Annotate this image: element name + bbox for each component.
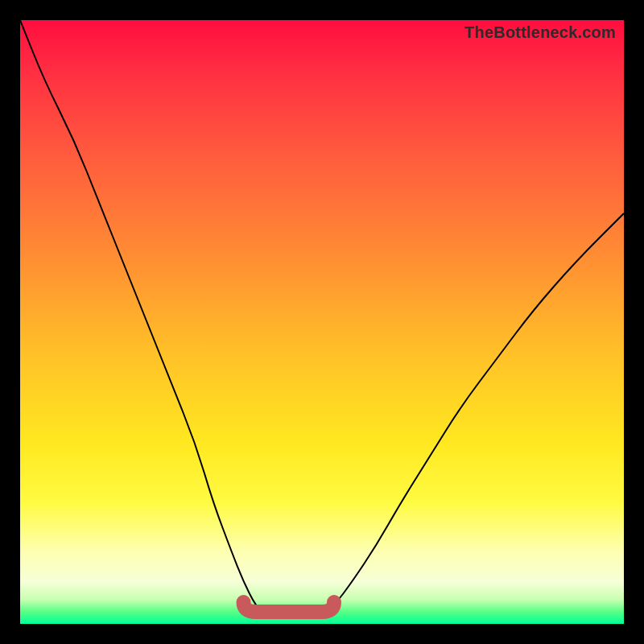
bottleneck-line bbox=[20, 20, 624, 618]
optimal-range-highlight bbox=[244, 602, 335, 612]
plot-area: TheBottleneck.com bbox=[20, 20, 624, 624]
bottleneck-curve bbox=[20, 20, 624, 624]
watermark-text: TheBottleneck.com bbox=[464, 23, 616, 42]
chart-frame: TheBottleneck.com bbox=[0, 0, 644, 644]
